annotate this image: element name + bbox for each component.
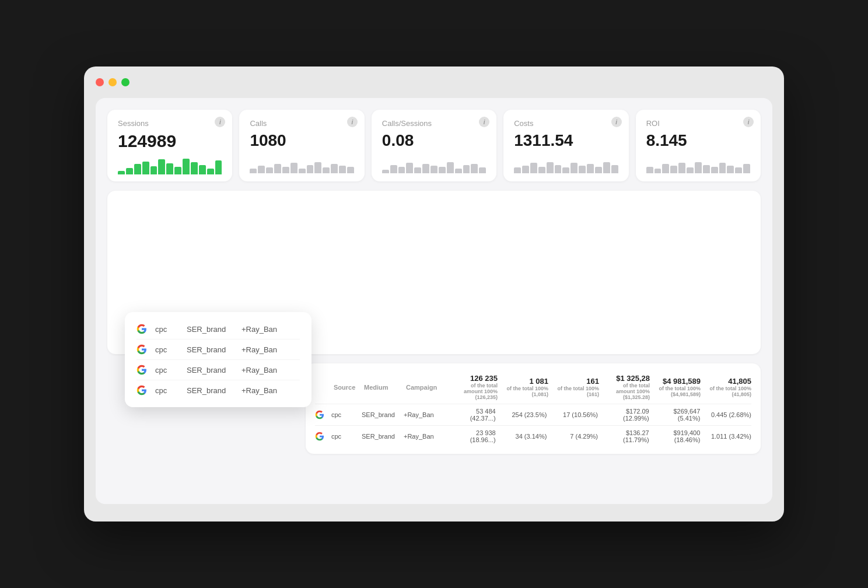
total-roi-sub: of the total 100% (41,805) <box>708 386 751 397</box>
main-bar-chart <box>117 200 751 328</box>
tooltip-keyword-1: +Ray_Ban <box>242 325 282 334</box>
row2-sessions: 23 938 (18.96...) <box>452 429 496 443</box>
tooltip-medium-2: cpc <box>155 345 178 354</box>
google-icon <box>136 324 147 334</box>
row1-sessions: 53 484 (42.37...) <box>452 408 496 422</box>
google-icon <box>315 432 324 441</box>
tooltip-keyword-3: +Ray_Ban <box>242 366 282 374</box>
kpi-card-costs: i Costs 1311.54 <box>503 110 628 181</box>
row1-revenue: $269,647 (5.41%) <box>656 408 701 422</box>
google-icon <box>315 410 324 419</box>
info-icon-calls[interactable]: i <box>347 117 358 127</box>
mini-chart-calls-sessions <box>382 155 486 173</box>
traffic-light <box>96 78 772 86</box>
total-calls-sub: of the total 100% (1,081) <box>505 386 548 397</box>
row2-revenue: $919,400 (18.46%) <box>656 429 701 443</box>
total-revenue-sub: of the total 100% ($4,981,589) <box>657 386 701 397</box>
row2-roi: 1.011 (3.42%) <box>707 433 751 440</box>
table-area: Source Medium Campaign 126 235 of the to… <box>306 363 761 454</box>
row2-medium: SER_brand <box>362 433 397 440</box>
kpi-card-calls-sessions: i Calls/Sessions 0.08 <box>372 110 496 181</box>
mini-chart-calls <box>250 155 354 173</box>
row2-source: cpc <box>331 433 355 440</box>
main-container: cpc SER_brand +Ray_Ban cpc SER_brand +Ra… <box>107 191 761 454</box>
tooltip-medium-4: cpc <box>155 386 178 395</box>
tooltip-row: cpc SER_brand +Ray_Ban <box>136 380 300 400</box>
row2-cs: 7 (4.29%) <box>554 433 598 440</box>
tooltip-keyword-2: +Ray_Ban <box>242 345 282 354</box>
row2-campaign: +Ray_Ban <box>404 433 444 440</box>
table-row[interactable]: cpc SER_brand +Ray_Ban 23 938 (18.96...)… <box>315 426 751 447</box>
kpi-value-roi: 8.145 <box>646 131 750 150</box>
kpi-value-costs: 1311.54 <box>514 131 618 150</box>
minimize-button[interactable] <box>108 78 117 86</box>
row1-campaign: +Ray_Ban <box>404 411 444 418</box>
close-button[interactable] <box>96 78 104 86</box>
mini-chart-costs <box>514 155 618 173</box>
kpi-label-sessions: Sessions <box>118 119 222 128</box>
row2-costs: $136.27 (11.79%) <box>605 429 649 443</box>
tooltip-campaign-3: SER_brand <box>187 366 233 374</box>
table-totals-row: Source Medium Campaign 126 235 of the to… <box>315 370 751 404</box>
row1-calls: 254 (23.5%) <box>503 411 547 418</box>
total-revenue: $4 981,589 <box>657 377 701 386</box>
tooltip-campaign-4: SER_brand <box>187 386 233 395</box>
tooltip-row: cpc SER_brand +Ray_Ban <box>136 319 300 340</box>
row1-cs: 17 (10.56%) <box>554 411 598 418</box>
total-costs-sub: of the total amount 100% ($1,325.28) <box>606 383 650 400</box>
google-icon <box>136 344 147 355</box>
kpi-card-calls: i Calls 1080 <box>239 110 364 181</box>
info-icon-sessions[interactable]: i <box>215 117 225 127</box>
tooltip-medium-3: cpc <box>155 366 178 374</box>
tooltip-medium-1: cpc <box>155 325 178 334</box>
kpi-card-roi: i ROI 8.145 <box>636 110 761 181</box>
info-icon-calls-sessions[interactable]: i <box>479 117 489 127</box>
row1-costs: $172.09 (12.99%) <box>605 408 649 422</box>
total-costs: $1 325,28 <box>606 374 650 383</box>
row1-source: cpc <box>331 411 355 418</box>
total-sessions: 126 235 <box>454 374 498 383</box>
total-calls: 1 081 <box>505 377 548 386</box>
kpi-value-sessions: 124989 <box>118 131 222 151</box>
tooltip-row: cpc SER_brand +Ray_Ban <box>136 360 300 380</box>
mini-chart-sessions <box>118 156 222 174</box>
info-icon-costs[interactable]: i <box>611 117 622 127</box>
table-row[interactable]: cpc SER_brand +Ray_Ban 53 484 (42.37...)… <box>315 404 751 426</box>
row1-roi: 0.445 (2.68%) <box>707 411 751 418</box>
total-sessions-sub: of the total amount 100% (126,235) <box>454 383 498 400</box>
tooltip-keyword-4: +Ray_Ban <box>242 386 282 395</box>
kpi-value-calls-sessions: 0.08 <box>382 131 486 150</box>
kpi-label-roi: ROI <box>646 119 750 128</box>
info-icon-roi[interactable]: i <box>743 117 754 127</box>
screen-wrapper: i Sessions 124989 <box>84 66 784 522</box>
row2-calls: 34 (3.14%) <box>503 433 547 440</box>
google-icon <box>136 365 147 375</box>
total-cs-sub: of the total 100% (161) <box>555 386 599 397</box>
mini-chart-roi <box>646 155 750 173</box>
row1-medium: SER_brand <box>362 411 397 418</box>
app-content: i Sessions 124989 <box>96 98 772 504</box>
kpi-value-calls: 1080 <box>250 131 354 150</box>
kpi-label-calls: Calls <box>250 119 354 128</box>
total-roi: 41,805 <box>708 377 751 386</box>
tooltip-card: cpc SER_brand +Ray_Ban cpc SER_brand +Ra… <box>125 312 312 407</box>
maximize-button[interactable] <box>121 78 130 86</box>
kpi-card-sessions: i Sessions 124989 <box>107 110 232 181</box>
tooltip-campaign-1: SER_brand <box>187 325 233 334</box>
kpi-label-costs: Costs <box>514 119 618 128</box>
tooltip-campaign-2: SER_brand <box>187 345 233 354</box>
kpi-row: i Sessions 124989 <box>107 110 761 181</box>
kpi-label-calls-sessions: Calls/Sessions <box>382 119 486 128</box>
tooltip-row: cpc SER_brand +Ray_Ban <box>136 340 300 360</box>
total-cs: 161 <box>555 377 599 386</box>
google-icon <box>136 385 147 396</box>
